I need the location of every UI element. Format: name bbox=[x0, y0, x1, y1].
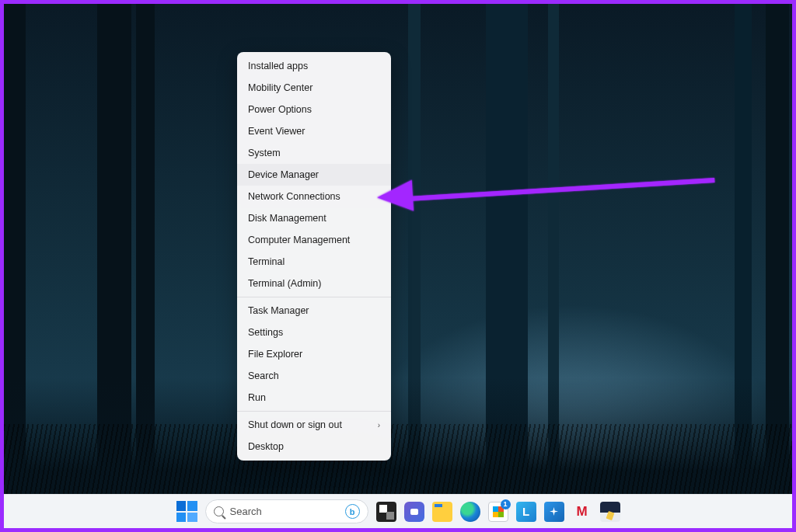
menu-item-desktop[interactable]: Desktop bbox=[237, 436, 391, 457]
menu-item-label: Computer Management bbox=[248, 235, 350, 245]
menu-item-event-viewer[interactable]: Event Viewer bbox=[237, 120, 391, 142]
menu-item-label: Disk Management bbox=[248, 213, 326, 224]
menu-item-computer-management[interactable]: Computer Management bbox=[237, 229, 391, 251]
app-paint-button[interactable] bbox=[600, 502, 620, 522]
menu-item-run[interactable]: Run bbox=[237, 387, 391, 409]
file-explorer-button[interactable] bbox=[432, 502, 452, 522]
decor bbox=[4, 424, 792, 494]
menu-separator bbox=[237, 297, 391, 297]
menu-item-label: File Explorer bbox=[248, 349, 302, 360]
menu-item-mobility-center[interactable]: Mobility Center bbox=[237, 77, 391, 99]
menu-item-file-explorer[interactable]: File Explorer bbox=[237, 343, 391, 365]
menu-item-label: Installed apps bbox=[248, 61, 308, 71]
menu-item-installed-apps[interactable]: Installed apps bbox=[237, 55, 391, 77]
app-tool-button[interactable] bbox=[544, 502, 564, 522]
menu-item-power-options[interactable]: Power Options bbox=[237, 99, 391, 120]
menu-item-network-connections[interactable]: Network Connections bbox=[237, 186, 391, 207]
menu-item-shut-down-or-sign-out[interactable]: Shut down or sign out› bbox=[237, 414, 391, 436]
chat-button[interactable] bbox=[404, 502, 424, 522]
taskbar: Search b 1 L M bbox=[4, 494, 792, 528]
mcafee-button[interactable]: M bbox=[572, 502, 592, 522]
menu-item-label: Task Manager bbox=[248, 305, 309, 316]
menu-item-label: Settings bbox=[248, 327, 283, 338]
search-icon bbox=[214, 506, 224, 516]
menu-item-label: Device Manager bbox=[248, 169, 319, 180]
menu-item-device-manager[interactable]: Device Manager bbox=[237, 164, 391, 186]
menu-item-terminal-admin-[interactable]: Terminal (Admin) bbox=[237, 273, 391, 294]
menu-item-disk-management[interactable]: Disk Management bbox=[237, 207, 391, 229]
menu-item-label: Desktop bbox=[248, 441, 284, 452]
menu-item-system[interactable]: System bbox=[237, 142, 391, 164]
store-button[interactable]: 1 bbox=[488, 502, 508, 522]
menu-item-label: Event Viewer bbox=[248, 126, 305, 137]
store-badge: 1 bbox=[501, 499, 511, 509]
taskbar-search[interactable]: Search b bbox=[205, 499, 368, 523]
menu-item-label: Terminal (Admin) bbox=[248, 278, 321, 289]
menu-item-label: Run bbox=[248, 392, 266, 403]
edge-button[interactable] bbox=[460, 502, 480, 522]
search-placeholder: Search bbox=[230, 506, 262, 517]
menu-item-label: System bbox=[248, 148, 281, 158]
menu-item-label: Network Connections bbox=[248, 191, 340, 202]
chevron-right-icon: › bbox=[378, 421, 380, 429]
start-button[interactable] bbox=[176, 501, 197, 522]
menu-item-label: Search bbox=[248, 370, 279, 381]
menu-item-label: Shut down or sign out bbox=[248, 419, 342, 430]
menu-item-terminal[interactable]: Terminal bbox=[237, 251, 391, 273]
menu-item-task-manager[interactable]: Task Manager bbox=[237, 300, 391, 322]
menu-item-settings[interactable]: Settings bbox=[237, 322, 391, 343]
winx-menu: Installed appsMobility CenterPower Optio… bbox=[237, 52, 391, 461]
desktop-wallpaper[interactable]: Installed appsMobility CenterPower Optio… bbox=[4, 4, 792, 494]
app-l-button[interactable]: L bbox=[516, 502, 536, 522]
task-view-button[interactable] bbox=[376, 502, 396, 522]
menu-item-label: Terminal bbox=[248, 256, 285, 267]
menu-separator bbox=[237, 411, 391, 412]
menu-item-label: Power Options bbox=[248, 104, 312, 115]
menu-item-search[interactable]: Search bbox=[237, 365, 391, 387]
menu-item-label: Mobility Center bbox=[248, 82, 312, 93]
bing-icon: b bbox=[345, 504, 360, 519]
